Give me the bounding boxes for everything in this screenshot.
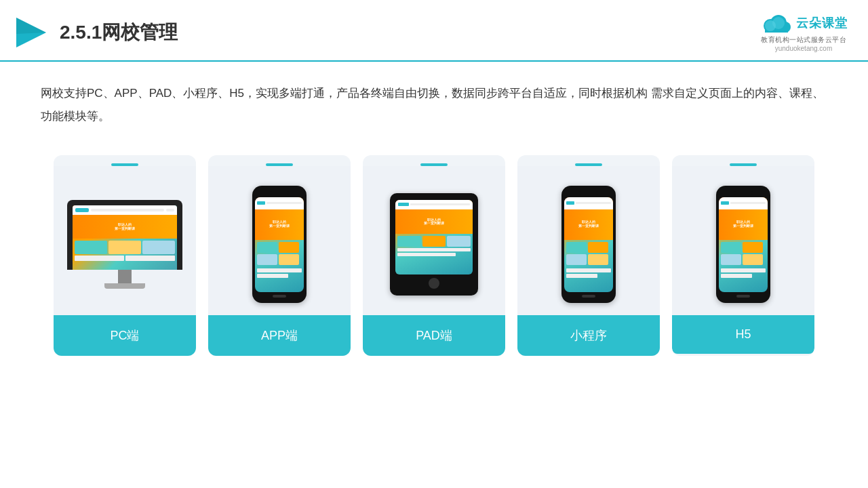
card-label-mini: 小程序 [517, 315, 660, 356]
cards-container: 职达人的第一堂判断课 [0, 148, 868, 376]
logo-name: 云朵课堂 [796, 15, 848, 31]
monitor-stand [118, 270, 132, 283]
card-image-h5: 职达人的第一堂判断课 [672, 166, 814, 315]
logo-area: 云朵课堂 教育机构一站式服务云平台 yunduoketang.com [760, 12, 848, 52]
phone-mini: 职达人的第一堂判断课 [561, 186, 616, 303]
pc-monitor: 职达人的第一堂判断课 [67, 200, 182, 289]
monitor-outer: 职达人的第一堂判断课 [67, 200, 182, 270]
card-label-h5: H5 [672, 315, 814, 354]
logo-cloud: 云朵课堂 [760, 12, 848, 34]
header: 2.5.1网校管理 云朵课堂 教育机构一站式服务云平台 yunduoketang… [0, 0, 868, 62]
page-title: 2.5.1网校管理 [60, 20, 178, 45]
phone-notch-h5 [734, 191, 753, 195]
tablet-pad: 职达人的第一堂判断课 [390, 193, 478, 296]
card-image-mini: 职达人的第一堂判断课 [517, 166, 660, 315]
monitor-screen: 职达人的第一堂判断课 [73, 205, 177, 270]
logo-url: yunduoketang.com [775, 45, 833, 52]
phone-h5: 职达人的第一堂判断课 [716, 186, 770, 303]
logo-tagline: 教育机构一站式服务云平台 [761, 35, 846, 45]
card-label-pc: PC端 [54, 315, 196, 356]
card-image-pc: 职达人的第一堂判断课 [54, 166, 196, 315]
phone-screen-app: 职达人的第一堂判断课 [255, 197, 304, 292]
card-label-pad: PAD端 [363, 315, 505, 356]
card-h5: 职达人的第一堂判断课 H5 [672, 155, 814, 356]
card-miniapp: 职达人的第一堂判断课 小程序 [517, 155, 660, 356]
svg-point-7 [772, 17, 785, 29]
phone-app: 职达人的第一堂判断课 [252, 186, 307, 303]
card-image-pad: 职达人的第一堂判断课 [363, 166, 505, 315]
phone-notch-app [270, 191, 289, 195]
card-pad: 职达人的第一堂判断课 PAD端 [363, 155, 505, 356]
phone-home-mini [582, 295, 595, 298]
card-image-app: 职达人的第一堂判断课 [208, 166, 351, 315]
tablet-screen-pad: 职达人的第一堂判断课 [395, 200, 473, 274]
phone-screen-h5: 职达人的第一堂判断课 [719, 197, 768, 292]
phone-home-app [273, 295, 286, 298]
description-text: 网校支持PC、APP、PAD、小程序、H5，实现多端打通，产品各终端自由切换，数… [0, 62, 868, 142]
tablet-btn-pad [429, 278, 439, 289]
card-pc: 职达人的第一堂判断课 [54, 155, 196, 356]
phone-notch-mini [579, 191, 598, 195]
monitor-base [104, 283, 145, 289]
phone-screen-mini: 职达人的第一堂判断课 [564, 197, 613, 292]
card-label-app: APP端 [208, 315, 351, 356]
brand-play-icon [14, 15, 49, 50]
svg-marker-1 [16, 18, 46, 34]
cloud-icon [760, 12, 792, 34]
header-left: 2.5.1网校管理 [14, 15, 178, 50]
card-app: 职达人的第一堂判断课 APP端 [208, 155, 351, 356]
phone-home-h5 [736, 295, 750, 298]
